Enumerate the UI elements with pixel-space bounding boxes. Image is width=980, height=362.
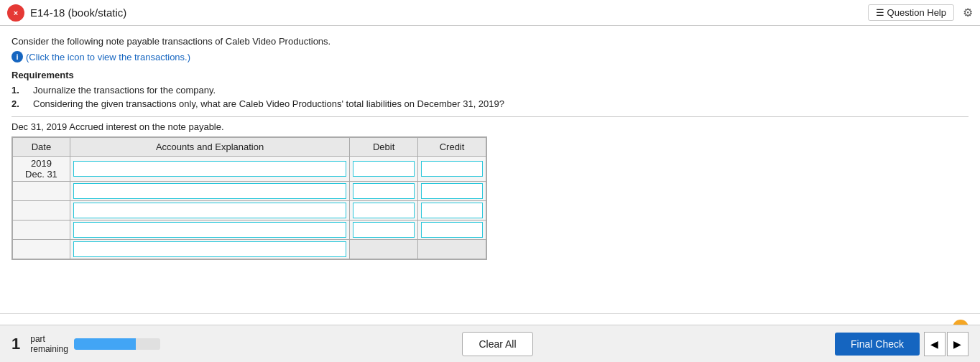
part-remaining: 1 part remaining <box>11 334 160 354</box>
col-debit: Debit <box>350 138 418 157</box>
table-row <box>13 201 486 221</box>
debit-cell-4[interactable] <box>350 221 418 240</box>
credit-input-3[interactable] <box>421 203 483 218</box>
requirements-heading: Requirements <box>11 70 969 80</box>
date-cell-year: 2019 Dec. 31 <box>13 157 70 182</box>
journal-table: Date Accounts and Explanation Debit Cred… <box>12 137 486 259</box>
page-title: E14-18 (book/static) <box>30 6 126 19</box>
acct-cell-4[interactable] <box>70 221 349 240</box>
list-icon: ☰ <box>876 7 884 18</box>
debit-input-3[interactable] <box>353 203 415 218</box>
acct-input-5[interactable] <box>73 241 346 257</box>
req-num-1: 1. <box>11 85 26 96</box>
debit-cell-5 <box>350 240 418 259</box>
nav-buttons: ◀ ▶ <box>924 332 969 356</box>
section-label: Dec 31, 2019 Accrued interest on the not… <box>11 116 969 132</box>
acct-cell-2[interactable] <box>70 182 349 201</box>
acct-cell-1[interactable] <box>70 157 349 182</box>
requirement-item-2: 2. Considering the given transactions on… <box>11 98 969 109</box>
acct-input-2[interactable] <box>73 183 346 199</box>
debit-input-4[interactable] <box>353 222 415 238</box>
col-date: Date <box>13 138 70 157</box>
debit-cell-2[interactable] <box>350 182 418 201</box>
table-row <box>13 221 486 240</box>
app-logo: × <box>7 4 24 22</box>
credit-input-4[interactable] <box>421 222 483 238</box>
question-help-button[interactable]: ☰ Question Help <box>868 4 954 21</box>
req-text-2: Considering the given transactions only,… <box>33 98 504 109</box>
requirement-item-1: 1. Journalize the transactions for the c… <box>11 85 969 96</box>
credit-input-2[interactable] <box>421 183 483 199</box>
debit-input-1[interactable] <box>353 161 415 177</box>
credit-cell-3[interactable] <box>418 201 486 221</box>
remaining-label: remaining <box>30 344 68 354</box>
credit-cell-1[interactable] <box>418 157 486 182</box>
date-cell-5 <box>13 240 70 259</box>
debit-input-2[interactable] <box>353 183 415 199</box>
credit-cell-2[interactable] <box>418 182 486 201</box>
req-num-2: 2. <box>11 98 26 109</box>
gear-icon[interactable]: ⚙ <box>963 6 973 19</box>
title-bar-right: ☰ Question Help ⚙ <box>868 4 973 21</box>
progress-bar <box>74 338 160 350</box>
date-cell-2 <box>13 182 70 201</box>
req-text-1: Journalize the transactions for the comp… <box>33 85 216 96</box>
acct-cell-5[interactable] <box>70 240 349 259</box>
main-content: Consider the following note payable tran… <box>0 26 980 313</box>
credit-cell-4[interactable] <box>418 221 486 240</box>
debit-cell-3[interactable] <box>350 201 418 221</box>
table-row <box>13 240 486 259</box>
right-actions: Final Check ◀ ▶ <box>835 332 969 356</box>
title-bar-left: × E14-18 (book/static) <box>7 4 126 22</box>
part-number: 1 <box>11 335 20 353</box>
requirements-list: 1. Journalize the transactions for the c… <box>11 85 969 109</box>
col-credit: Credit <box>418 138 486 157</box>
credit-cell-5 <box>418 240 486 259</box>
info-icon: i <box>11 51 23 62</box>
date-cell-3 <box>13 201 70 221</box>
journal-table-wrapper: Date Accounts and Explanation Debit Cred… <box>11 136 487 260</box>
table-row <box>13 182 486 201</box>
date-cell-4 <box>13 221 70 240</box>
next-button[interactable]: ▶ <box>947 332 969 356</box>
part-label-block: part remaining <box>30 334 68 354</box>
table-row: 2019 Dec. 31 <box>13 157 486 182</box>
click-link-row[interactable]: i (Click the icon to view the transactio… <box>11 51 969 62</box>
credit-input-1[interactable] <box>421 161 483 177</box>
col-accounts: Accounts and Explanation <box>70 138 349 157</box>
title-bar: × E14-18 (book/static) ☰ Question Help ⚙ <box>0 0 980 26</box>
progress-bar-fill <box>74 338 136 350</box>
intro-text: Consider the following note payable tran… <box>11 36 969 47</box>
acct-input-1[interactable] <box>73 161 346 177</box>
part-label: part <box>30 334 68 344</box>
progress-bar-wrap <box>74 338 160 350</box>
clear-all-button[interactable]: Clear All <box>462 332 532 356</box>
click-link-text[interactable]: (Click the icon to view the transactions… <box>26 52 190 62</box>
final-check-button[interactable]: Final Check <box>835 333 920 356</box>
debit-cell-1[interactable] <box>350 157 418 182</box>
acct-input-4[interactable] <box>73 222 346 238</box>
prev-button[interactable]: ◀ <box>924 332 946 356</box>
action-bar: 1 part remaining Clear All Final Check ◀… <box>0 325 980 362</box>
acct-cell-3[interactable] <box>70 201 349 221</box>
acct-input-3[interactable] <box>73 203 346 218</box>
